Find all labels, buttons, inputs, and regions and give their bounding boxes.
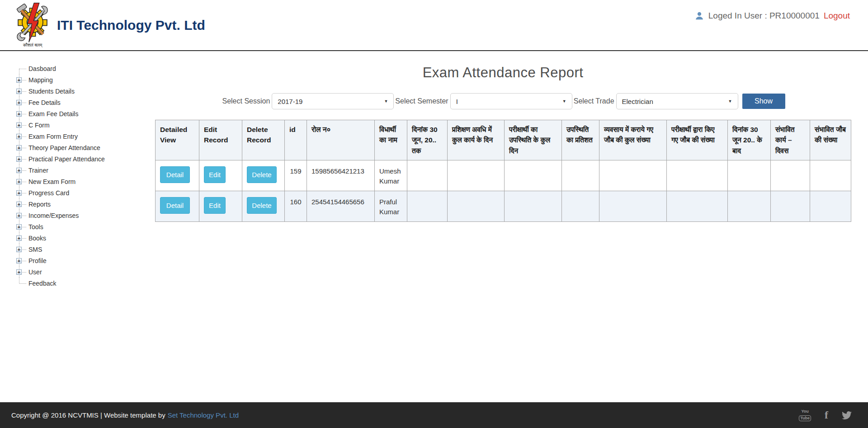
sidebar-item-c-form[interactable]: +C Form (19, 119, 155, 131)
col-roll-no: रोल न० (307, 120, 375, 160)
col-date-after: दिनांक 30 जून 20.. के बाद (728, 120, 771, 160)
logout-link[interactable]: Logout (824, 11, 850, 21)
expand-plus-icon[interactable]: + (16, 111, 22, 117)
expand-plus-icon[interactable]: + (16, 179, 22, 184)
roll-no-cell: 15985656421213 (307, 160, 375, 191)
sidebar-item-income-expenses[interactable]: +Income/Expenses (19, 210, 155, 221)
trade-select[interactable]: Electrician ▼ (616, 93, 738, 109)
empty-cell (810, 160, 851, 191)
expand-plus-icon[interactable]: + (16, 258, 22, 263)
sidebar-item-exam-form-entry[interactable]: +Exam Form Entry (19, 131, 155, 142)
semester-select[interactable]: I ▼ (450, 93, 572, 109)
col-total-working-days: प्रशिक्षण अवधि में कुल कार्य के दिन (448, 120, 505, 160)
col-expected-working-days: संभावित कार्य – दिवस (771, 120, 810, 160)
expand-plus-icon[interactable]: + (16, 224, 22, 230)
empty-cell (599, 191, 667, 221)
edit-button[interactable]: Edit (204, 197, 226, 214)
sidebar-item-label: Tools (28, 223, 43, 230)
expand-plus-icon[interactable]: + (16, 213, 22, 218)
sidebar-item-books[interactable]: +Books (19, 232, 155, 244)
facebook-icon[interactable]: f (825, 409, 828, 421)
empty-cell (667, 191, 728, 221)
copyright-text: Copyright @ 2016 NCVTMIS | Website templ… (11, 411, 165, 419)
detail-button[interactable]: Detail (160, 197, 190, 214)
sidebar-item-tools[interactable]: +Tools (19, 221, 155, 232)
id-cell: 160 (285, 191, 307, 221)
empty-cell (505, 160, 562, 191)
sidebar-item-progress-card[interactable]: +Progress Card (19, 187, 155, 198)
semester-label: Select Semester (395, 97, 448, 105)
show-button[interactable]: Show (742, 94, 785, 109)
expand-plus-icon[interactable]: + (16, 77, 22, 83)
youtube-icon[interactable]: You Tube (799, 409, 811, 421)
sidebar-item-mapping[interactable]: +Mapping (19, 74, 155, 85)
semester-select-value: I (456, 98, 458, 105)
delete-button[interactable]: Delete (247, 197, 277, 214)
delete-button[interactable]: Delete (247, 166, 277, 183)
sidebar-item-label: New Exam Form (28, 178, 75, 185)
sidebar-item-exam-fee-details[interactable]: +Exam Fee Details (19, 108, 155, 119)
sidebar-item-reports[interactable]: +Reports (19, 198, 155, 210)
sidebar-item-label: Books (28, 235, 46, 242)
sidebar-item-label: C Form (28, 122, 50, 129)
sidebar-item-label: User (28, 268, 42, 276)
trade-label: Select Trade (574, 97, 614, 105)
expand-plus-icon[interactable]: + (16, 168, 22, 173)
empty-cell (771, 160, 810, 191)
edit-button[interactable]: Edit (204, 166, 226, 183)
expand-plus-icon[interactable]: + (16, 122, 22, 128)
expand-plus-icon[interactable]: + (16, 190, 22, 196)
template-vendor-link[interactable]: Set Technology Pvt. Ltd (168, 411, 239, 419)
col-days-present: परीक्षार्थी का उपस्थिति के कुल दिन (505, 120, 562, 160)
main-content: Exam Attendance Report Select Session 20… (155, 65, 868, 222)
twitter-icon[interactable] (842, 410, 852, 420)
empty-cell (562, 160, 599, 191)
sidebar-item-user[interactable]: +User (19, 266, 155, 277)
expand-plus-icon[interactable]: + (16, 145, 22, 151)
sidebar-item-label: Fee Details (28, 99, 61, 106)
sidebar-item-label: SMS (28, 246, 42, 253)
expand-plus-icon[interactable]: + (16, 269, 22, 275)
sidebar-item-fee-details[interactable]: +Fee Details (19, 97, 155, 108)
col-jobs-done-by-student: परीक्षार्थी द्वारा किए गए जौब की संख्या (667, 120, 728, 160)
expand-plus-icon[interactable]: + (16, 89, 22, 94)
detail-button[interactable]: Detail (160, 166, 190, 183)
expand-plus-icon[interactable]: + (16, 156, 22, 162)
table-row: Detail Edit Delete 160 25454154465656 Pr… (156, 191, 851, 221)
empty-cell (407, 160, 448, 191)
page-footer: Copyright @ 2016 NCVTMIS | Website templ… (0, 402, 868, 428)
sidebar-item-theory-paper-attendance[interactable]: +Theory Paper Attendance (19, 142, 155, 153)
empty-cell (407, 191, 448, 221)
expand-plus-icon[interactable]: + (16, 235, 22, 241)
trade-select-value: Electrician (622, 98, 653, 105)
sidebar-item-label: Dasboard (28, 65, 56, 72)
nav-tree: Dasboard +Mapping +Students Details +Fee… (19, 63, 155, 289)
company-logo: कौशलं बलम् (13, 3, 52, 48)
expand-plus-icon[interactable]: + (16, 100, 22, 105)
chevron-down-icon: ▼ (728, 99, 732, 103)
sidebar-item-new-exam-form[interactable]: +New Exam Form (19, 176, 155, 187)
empty-cell (810, 191, 851, 221)
sidebar-item-trainer[interactable]: +Trainer (19, 165, 155, 176)
attendance-table: Detailed View Edit Record Delete Record … (155, 120, 851, 222)
sidebar-item-students-details[interactable]: +Students Details (19, 85, 155, 97)
sidebar-item-feedback[interactable]: Feedback (19, 277, 155, 289)
sidebar-item-sms[interactable]: +SMS (19, 244, 155, 255)
sidebar-item-dasboard[interactable]: Dasboard (19, 63, 155, 74)
session-select-value: 2017-19 (278, 98, 302, 105)
sidebar-item-label: Practical Paper Attendance (28, 155, 105, 163)
empty-cell (505, 191, 562, 221)
sidebar-item-practical-paper-attendance[interactable]: +Practical Paper Attendance (19, 153, 155, 165)
expand-plus-icon[interactable]: + (16, 247, 22, 252)
chevron-down-icon: ▼ (384, 99, 388, 103)
empty-cell (562, 191, 599, 221)
session-select[interactable]: 2017-19 ▼ (272, 93, 394, 109)
expand-plus-icon[interactable]: + (16, 202, 22, 207)
student-name-cell: Umesh Kumar (375, 160, 407, 191)
col-edit-record: Edit Record (199, 120, 242, 160)
empty-cell (728, 160, 771, 191)
sidebar-item-profile[interactable]: +Profile (19, 255, 155, 266)
sidebar-item-label: Mapping (28, 76, 53, 84)
empty-cell (728, 191, 771, 221)
expand-plus-icon[interactable]: + (16, 134, 22, 139)
